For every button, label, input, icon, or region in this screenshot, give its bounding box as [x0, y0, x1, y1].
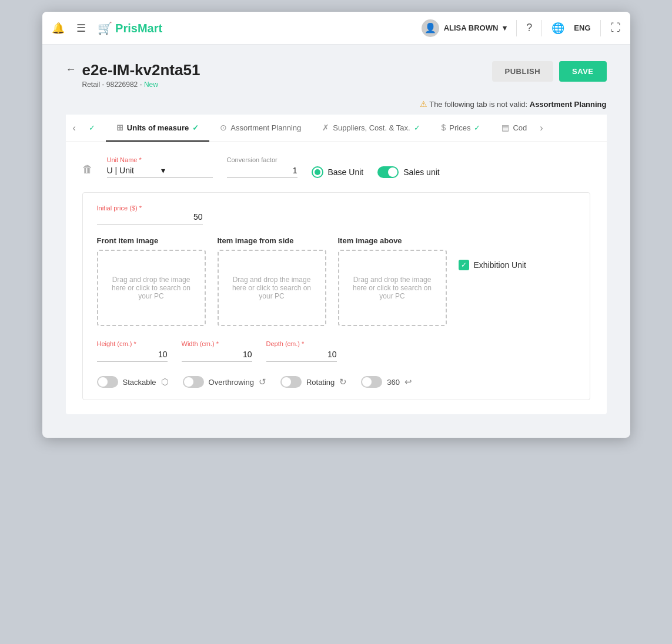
overthrowing-icon: ↺: [259, 377, 266, 387]
tab-suppliers-label: Suppliers, Cost. & Tax.: [333, 123, 410, 132]
conversion-factor-input[interactable]: [227, 166, 297, 178]
above-image-group: Item image above Drag and drop the image…: [338, 236, 447, 326]
language-label[interactable]: ENG: [574, 24, 590, 32]
unit-name-label-text: Unit Name: [107, 156, 138, 163]
assortment-icon: ⊙: [220, 123, 227, 132]
warning-tab-name: Assortment Planning: [530, 100, 607, 109]
unit-name-select[interactable]: U | Unit ▾: [107, 166, 213, 178]
overthrowing-label: Overthrowing: [209, 378, 254, 387]
unit-name-required: *: [139, 156, 142, 163]
tab-cod[interactable]: ▤ Cod: [491, 115, 537, 142]
width-label-text: Width (cm.): [182, 340, 215, 347]
sales-unit-label: Sales unit: [403, 167, 439, 177]
separator: [516, 20, 517, 36]
cod-icon: ▤: [502, 123, 509, 132]
side-image-dropzone[interactable]: Drag and drop the image here or click to…: [218, 250, 326, 326]
page-header: ← e2e-IM-kv2nta51 Retail - 98226982 - Ne…: [66, 61, 607, 89]
save-button[interactable]: SAVE: [559, 61, 606, 82]
height-input[interactable]: [97, 350, 168, 362]
above-dropzone-text: Drag and drop the image here or click to…: [346, 276, 439, 300]
exhibition-unit-label: Exhibition Unit: [474, 260, 527, 270]
menu-icon[interactable]: ☰: [76, 22, 86, 35]
above-image-label: Item image above: [338, 236, 447, 245]
publish-button[interactable]: PUBLISH: [492, 61, 554, 82]
title-block: e2e-IM-kv2nta51 Retail - 98226982 - New: [82, 61, 200, 89]
bell-icon[interactable]: 🔔: [52, 22, 65, 35]
base-unit-radio[interactable]: Base Unit: [312, 166, 364, 178]
tab-suppliers[interactable]: ✗ Suppliers, Cost. & Tax. ✓: [312, 115, 430, 142]
depth-input[interactable]: [266, 350, 337, 362]
globe-icon[interactable]: 🌐: [551, 22, 564, 35]
overthrowing-toggle[interactable]: [183, 376, 204, 388]
page-title: e2e-IM-kv2nta51: [82, 61, 200, 79]
prices-check-icon: ✓: [474, 123, 480, 132]
warning-icon: ⚠: [420, 99, 427, 109]
tab-assortment-planning[interactable]: ⊙ Assortment Planning: [209, 115, 312, 142]
height-group: Height (cm.) *: [97, 340, 168, 362]
radio-inner: [315, 169, 320, 175]
app-window: 🔔 ☰ 🛒 PrisMart 👤 ALISA BROWN ▾ ? 🌐 ENG ⛶…: [42, 12, 630, 438]
main-card: 🗑 Unit Name * U | Unit ▾ Conversion fact…: [66, 142, 607, 414]
topbar-left: 🔔 ☰ 🛒 PrisMart: [52, 21, 163, 35]
rotating-toggle-item: Rotating ↻: [280, 376, 347, 388]
depth-group: Depth (cm.) *: [266, 340, 337, 362]
front-image-dropzone[interactable]: Drag and drop the image here or click to…: [97, 250, 206, 326]
inner-card: Initial price ($) * Front item image Dra…: [82, 192, 590, 400]
360-toggle[interactable]: [361, 376, 382, 388]
unit-name-group: Unit Name * U | Unit ▾: [107, 156, 213, 178]
user-section[interactable]: 👤 ALISA BROWN ▾: [422, 19, 507, 37]
initial-price-input[interactable]: [97, 212, 203, 224]
height-label-text: Height (cm.): [97, 340, 132, 347]
radio-icon: [312, 166, 323, 178]
brand-prefix: Pris: [115, 22, 138, 35]
check-icon: ✓: [89, 123, 95, 132]
360-label: 360: [387, 378, 400, 387]
tab-prev-button[interactable]: ‹: [71, 123, 78, 133]
width-input[interactable]: [182, 350, 252, 362]
sales-unit-toggle-switch[interactable]: [377, 166, 399, 178]
tab-units-label: Units of measure: [127, 123, 189, 132]
width-group: Width (cm.) *: [182, 340, 252, 362]
stackable-label: Stackable: [123, 378, 156, 387]
tab-next-button[interactable]: ›: [537, 123, 545, 133]
prices-icon: $: [442, 123, 446, 132]
rotating-label: Rotating: [306, 378, 335, 387]
separator3: [600, 20, 601, 36]
above-image-dropzone[interactable]: Drag and drop the image here or click to…: [338, 250, 447, 326]
360-toggle-item: 360 ↩: [361, 376, 412, 388]
new-badge: New: [144, 80, 158, 89]
user-name: ALISA BROWN: [444, 24, 499, 32]
height-required: *: [133, 340, 136, 347]
fullscreen-icon[interactable]: ⛶: [610, 22, 621, 34]
topbar: 🔔 ☰ 🛒 PrisMart 👤 ALISA BROWN ▾ ? 🌐 ENG ⛶: [42, 12, 630, 45]
dimensions-row: Height (cm.) * Width (cm.) *: [97, 340, 576, 362]
price-label: Initial price ($) *: [97, 204, 576, 212]
rotating-toggle[interactable]: [280, 376, 302, 388]
front-dropzone-text: Drag and drop the image here or click to…: [105, 276, 198, 300]
360-icon: ↩: [404, 377, 412, 387]
side-image-label: Item image from side: [218, 236, 326, 245]
images-row: Front item image Drag and drop the image…: [97, 236, 576, 326]
grid-icon: ⊞: [116, 123, 123, 132]
tab-check[interactable]: ✓: [78, 115, 106, 142]
suppliers-icon: ✗: [322, 123, 329, 132]
separator2: [541, 20, 542, 36]
stackable-toggle-item: Stackable ⬡: [97, 376, 169, 388]
unit-name-label: Unit Name *: [107, 156, 213, 163]
tab-assortment-label: Assortment Planning: [230, 123, 301, 132]
tab-cod-label: Cod: [513, 123, 527, 132]
page-title-area: ← e2e-IM-kv2nta51 Retail - 98226982 - Ne…: [66, 61, 200, 89]
exhibition-unit-checkbox[interactable]: ✓: [459, 260, 469, 270]
subtitle-text: Retail - 98226982 -: [82, 80, 144, 89]
depth-label-text: Depth (cm.): [266, 340, 300, 347]
chevron-down-icon: ▾: [161, 166, 213, 175]
stackable-toggle[interactable]: [97, 376, 118, 388]
help-icon[interactable]: ?: [526, 22, 532, 34]
tabs-container: ‹ ✓ ⊞ Units of measure ✓ ⊙ Assortment Pl…: [66, 115, 607, 142]
header-actions: PUBLISH SAVE: [492, 61, 607, 82]
back-button[interactable]: ←: [66, 63, 76, 76]
tab-prices[interactable]: $ Prices ✓: [431, 115, 492, 142]
delete-unit-button[interactable]: 🗑: [82, 163, 93, 176]
price-label-text: Initial price ($): [97, 204, 138, 212]
tab-units-of-measure[interactable]: ⊞ Units of measure ✓: [106, 115, 209, 142]
